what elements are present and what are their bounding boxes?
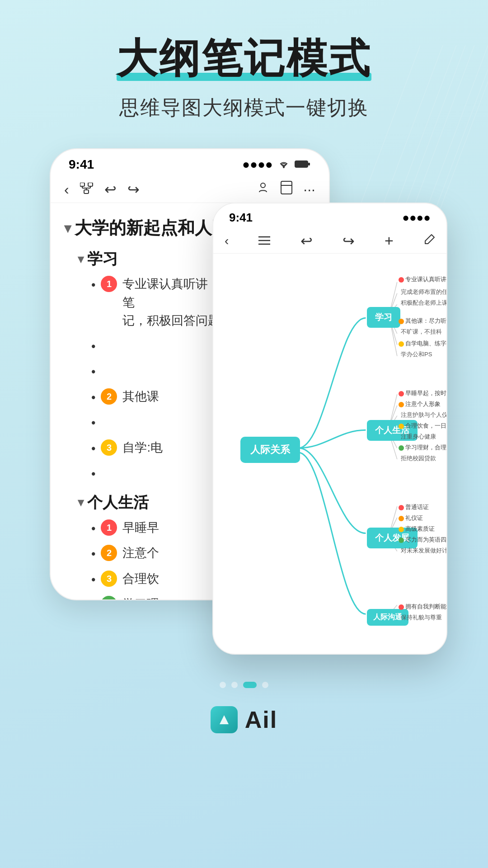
signal-icon: ●●●●: [242, 157, 273, 172]
leaf-study-1: 专业课认真听讲，做预习，上课做笔记，: [399, 275, 446, 283]
mm-central-node: 人际关系: [240, 437, 300, 463]
life-badge-4: 4: [101, 596, 117, 600]
back-icon[interactable]: ‹: [64, 181, 69, 198]
more-icon[interactable]: ···: [303, 181, 315, 198]
leaf-life-2: 注意个人形象: [399, 400, 441, 408]
app-label-text: Ail: [245, 706, 277, 733]
hero-section: 大纲笔记模式 思维导图大纲模式一键切换: [117, 36, 371, 121]
svg-rect-9: [295, 160, 308, 168]
hierarchy-icon[interactable]: [80, 181, 94, 198]
leaf-dev-1: 普通话证: [399, 503, 429, 511]
indicator-1: [220, 682, 226, 688]
wifi-icon: [277, 157, 290, 172]
battery-icon: [295, 157, 311, 172]
svg-point-8: [283, 166, 285, 168]
badge-1: 1: [101, 276, 117, 292]
leaf-life-6: 学习理财，合理分配资产，培养自: [399, 443, 446, 452]
app-label-area: Ail: [211, 706, 277, 733]
life-item-1-text: 早睡早: [122, 519, 159, 537]
leaf-study-5: 不旷课，不挂科: [401, 328, 442, 336]
badge-3: 3: [101, 439, 117, 456]
undo-icon[interactable]: ↩: [104, 181, 117, 198]
leaf-comm-1: 拥有自我判断能力: [399, 603, 446, 611]
svg-point-18: [261, 183, 265, 188]
time-front: 9:41: [229, 211, 253, 225]
leaf-dev-2: 礼仪证: [399, 514, 423, 522]
status-bar-front: 9:41 ●●●●: [213, 203, 446, 228]
bookmark-icon[interactable]: [281, 181, 292, 198]
phones-container: 9:41 ●●●● ‹ ↩: [41, 148, 447, 668]
mindmap-area: 人际关系 学习 个人生活 个人发展 人际沟通 专业课认真听讲，做预习，上课做笔记…: [213, 254, 446, 647]
life-badge-2: 2: [101, 545, 117, 561]
toolbar-back: ‹ ↩ ↪ ···: [51, 176, 329, 203]
phone-front: 9:41 ●●●● ‹ ↩ ↪ +: [212, 203, 447, 655]
page-indicator: [220, 682, 268, 688]
life-badge-3: 3: [101, 571, 117, 587]
signal-front-icon: ●●●●: [402, 211, 431, 225]
leaf-study-7: 学办公和PS: [401, 350, 432, 359]
life-badge-1: 1: [101, 519, 117, 536]
badge-2: 2: [101, 388, 117, 405]
leaf-life-4: 合理饮食，一日三餐: [399, 422, 446, 430]
audio-icon[interactable]: [256, 181, 270, 198]
leaf-dev-4: 尽力而为英语四六证书，计算机证: [399, 536, 446, 544]
redo-icon[interactable]: ↪: [127, 181, 140, 198]
leaf-life-5: 注重身心健康: [401, 433, 436, 441]
study-item-2-text: 其他课: [122, 387, 159, 406]
toolbar-left-back: ‹ ↩ ↪: [64, 181, 140, 198]
time-back: 9:41: [69, 157, 94, 172]
indicator-4: [262, 682, 268, 688]
toolbar-right-back: ···: [256, 181, 315, 198]
indicator-2: [231, 682, 238, 688]
status-icons-back: ●●●●: [242, 157, 311, 172]
mm-branch-study: 学习: [367, 307, 400, 328]
back-front-icon[interactable]: ‹: [225, 234, 229, 248]
redo-front-icon[interactable]: ↪: [343, 232, 355, 250]
life-item-3-text: 合理饮: [122, 570, 159, 588]
svg-rect-13: [84, 190, 89, 193]
leaf-life-1: 早睡早起，按时作息: [399, 389, 446, 397]
leaf-study-4: 其他课：尽力听讲，完成作业: [399, 317, 446, 325]
leaf-life-7: 拒绝校园贷款: [401, 454, 436, 462]
toolbar-front: ‹ ↩ ↪ +: [213, 228, 446, 254]
leaf-comm-2: 保持礼貌与尊重: [401, 613, 442, 622]
life-item-2-text: 注意个: [122, 544, 159, 562]
indicator-3-active: [243, 682, 257, 688]
leaf-study-3: 积极配合老师上课，不缺勤: [401, 299, 446, 307]
leaf-life-3: 注意护肤与个人仪容仪表: [401, 411, 446, 419]
svg-rect-10: [308, 163, 310, 165]
leaf-study-2: 完成老师布置的任务、作业: [401, 288, 446, 296]
menu-front-icon[interactable]: [258, 232, 270, 249]
add-front-icon[interactable]: +: [385, 232, 394, 250]
page-content: 大纲笔记模式 思维导图大纲模式一键切换 9:41 ●●●●: [0, 0, 488, 733]
svg-rect-11: [80, 183, 84, 186]
leaf-study-6: 自学电脑、练字: [399, 340, 446, 348]
leaf-dev-5: 对未来发展做好计划: [401, 547, 446, 555]
leaf-dev-3: 高级素质证: [399, 525, 435, 533]
app-icon: [211, 706, 238, 733]
life-item-4-text: 学习理理财能: [122, 595, 159, 600]
study-item-3-text: 自学:电: [122, 439, 163, 457]
svg-rect-19: [281, 181, 292, 194]
hero-title: 大纲笔记模式: [117, 36, 371, 81]
pen-front-icon[interactable]: [423, 232, 435, 249]
status-bar-back: 9:41 ●●●●: [51, 149, 329, 176]
undo-front-icon[interactable]: ↩: [300, 232, 313, 250]
hero-subtitle: 思维导图大纲模式一键切换: [119, 94, 369, 121]
svg-rect-12: [88, 183, 93, 186]
